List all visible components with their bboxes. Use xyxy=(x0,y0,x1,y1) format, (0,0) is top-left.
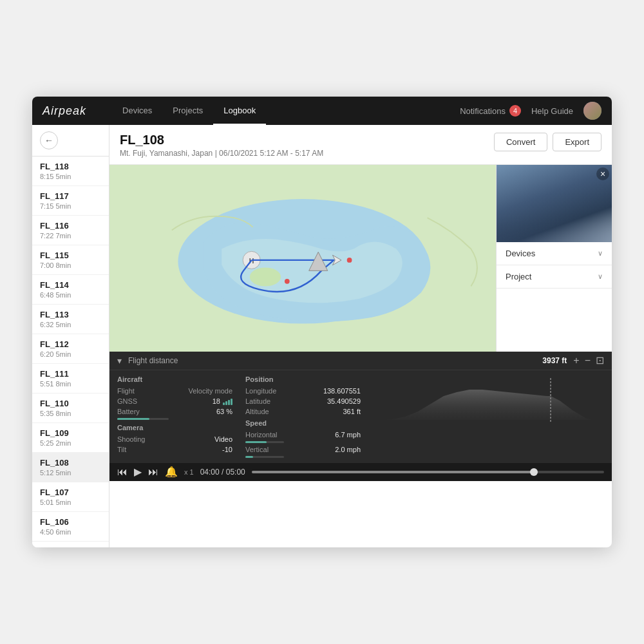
svg-point-6 xyxy=(347,258,352,263)
map-row: H xyxy=(109,165,612,352)
nav-links: Devices Projects Logbook xyxy=(112,97,460,125)
chevron-down-icon: ∨ xyxy=(598,249,603,258)
speed-title: Speed xyxy=(245,419,361,427)
aircraft-col: Aircraft Flight Velocity mode GNSS 18 xyxy=(117,375,232,458)
help-guide-link[interactable]: Help Guide xyxy=(531,106,573,116)
data-row-latitude: Latitude 35.490529 xyxy=(245,397,361,405)
flight-info: FL_108 Mt. Fuji, Yamanashi, Japan | 06/1… xyxy=(120,133,323,158)
close-icon[interactable]: × xyxy=(596,167,609,180)
devices-label: Devices xyxy=(506,249,535,258)
forward-button[interactable]: ⏭ xyxy=(148,467,158,477)
list-item-fl106[interactable]: FL_106 4:50 6min xyxy=(32,512,109,542)
project-label: Project xyxy=(506,272,531,281)
list-item-fl115[interactable]: FL_115 7:00 8min xyxy=(32,245,109,275)
map-svg: H xyxy=(109,165,496,352)
playback-thumb[interactable] xyxy=(530,468,538,476)
sidebar: ← FL_118 8:15 5min FL_117 7:15 5min FL_1… xyxy=(32,125,109,547)
data-panel: ▾ Flight distance 3937 ft + − ⊡ Aircraft xyxy=(109,352,612,463)
accordion-project-header[interactable]: Project ∨ xyxy=(497,265,612,288)
chevron-down-icon-2: ∨ xyxy=(598,272,603,281)
aircraft-title: Aircraft xyxy=(117,375,232,383)
list-item-fl113[interactable]: FL_113 6:32 5min xyxy=(32,305,109,334)
list-item-fl108[interactable]: FL_108 5:12 5min xyxy=(32,453,109,482)
flight-distance-value: 3937 ft xyxy=(542,356,567,365)
collapse-button[interactable]: ▾ xyxy=(117,355,122,366)
avatar-image xyxy=(583,102,601,120)
header-buttons: Convert Export xyxy=(494,133,601,151)
position-col: Position Longitude 138.607551 Latitude 3… xyxy=(245,375,361,458)
side-accordion: Devices ∨ Project ∨ xyxy=(497,242,612,352)
back-button[interactable]: ← xyxy=(40,131,58,149)
top-navigation: Airpeak Devices Projects Logbook Notific… xyxy=(32,97,612,125)
svg-point-2 xyxy=(250,268,281,287)
signal-bar-1 xyxy=(223,402,225,405)
content-header: FL_108 Mt. Fuji, Yamanashi, Japan | 06/1… xyxy=(109,125,612,165)
zoom-out-button[interactable]: − xyxy=(585,355,591,366)
data-row-flight: Flight Velocity mode xyxy=(117,387,232,395)
accordion-devices-header[interactable]: Devices ∨ xyxy=(497,242,612,265)
h-speed-bar-fill xyxy=(245,441,267,443)
list-item-fl116[interactable]: FL_116 7:22 7min xyxy=(32,216,109,245)
nav-devices[interactable]: Devices xyxy=(112,97,162,125)
notifications-badge: 4 xyxy=(509,105,521,117)
altitude-chart-svg xyxy=(381,378,596,423)
flight-subtitle: Mt. Fuji, Yamanashi, Japan | 06/10/2021 … xyxy=(120,149,323,158)
accordion-devices: Devices ∨ xyxy=(497,242,612,265)
list-item-fl114[interactable]: FL_114 6:48 5min xyxy=(32,275,109,305)
side-photo-overlay xyxy=(497,216,612,242)
list-item-fl118[interactable]: FL_118 8:15 5min xyxy=(32,156,109,186)
data-row-shooting: Shooting Video xyxy=(117,435,232,443)
accordion-project: Project ∨ xyxy=(497,265,612,289)
data-row-tilt: Tilt -10 xyxy=(117,446,232,453)
data-row-altitude: Altitude 361 ft xyxy=(245,408,361,415)
list-item-fl111[interactable]: FL_111 5:51 8min xyxy=(32,364,109,393)
data-row-vertical: Vertical 2.0 mph xyxy=(245,446,361,453)
horizontal-speed-bar xyxy=(245,441,361,443)
zoom-in-button[interactable]: + xyxy=(573,355,579,366)
vertical-speed-bar xyxy=(245,456,361,458)
convert-button[interactable]: Convert xyxy=(494,133,548,151)
export-button[interactable]: Export xyxy=(553,133,601,151)
chart-col xyxy=(374,375,604,458)
side-photo: × xyxy=(497,165,612,242)
flight-distance-label: Flight distance xyxy=(128,356,536,365)
v-speed-bar-bg xyxy=(245,456,284,458)
app-logo: Airpeak xyxy=(43,104,86,118)
play-button[interactable]: ▶ xyxy=(134,467,142,477)
h-speed-bar-bg xyxy=(245,441,284,443)
signal-bar-4 xyxy=(231,399,232,405)
side-panel: × Devices ∨ Project xyxy=(496,165,612,352)
playback-speed: x 1 xyxy=(184,468,194,476)
playback-progress xyxy=(252,471,534,473)
nav-logbook[interactable]: Logbook xyxy=(213,97,266,125)
map-area[interactable]: H xyxy=(109,165,496,352)
svg-point-5 xyxy=(285,279,290,284)
signal-bar-3 xyxy=(228,400,230,405)
gnss-value: 18 xyxy=(213,397,232,405)
playback-slider[interactable] xyxy=(252,471,604,473)
data-row-longitude: Longitude 138.607551 xyxy=(245,387,361,395)
sidebar-back: ← xyxy=(32,125,109,156)
expand-button[interactable]: ⊡ xyxy=(596,355,604,366)
rewind-button[interactable]: ⏮ xyxy=(117,467,128,477)
flight-title: FL_108 xyxy=(120,133,323,147)
main-layout: ← FL_118 8:15 5min FL_117 7:15 5min FL_1… xyxy=(32,125,612,547)
sound-button[interactable]: 🔔 xyxy=(165,467,178,477)
list-item-fl117[interactable]: FL_117 7:15 5min xyxy=(32,186,109,216)
avatar[interactable] xyxy=(583,102,601,120)
data-panel-header: ▾ Flight distance 3937 ft + − ⊡ xyxy=(109,352,612,370)
data-row-horizontal: Horizontal 6.7 mph xyxy=(245,431,361,439)
altitude-chart xyxy=(381,378,596,423)
battery-bar xyxy=(117,418,232,420)
notifications-button[interactable]: Notifications 4 xyxy=(460,105,521,117)
notifications-label: Notifications xyxy=(460,106,506,116)
list-item-fl109[interactable]: FL_109 5:25 2min xyxy=(32,423,109,453)
list-item-fl110[interactable]: FL_110 5:35 8min xyxy=(32,393,109,423)
content-area: FL_108 Mt. Fuji, Yamanashi, Japan | 06/1… xyxy=(109,125,612,547)
panel-controls: + − ⊡ xyxy=(573,355,604,366)
nav-projects[interactable]: Projects xyxy=(162,97,213,125)
data-row-battery: Battery 63 % xyxy=(117,408,232,415)
list-item-fl112[interactable]: FL_112 6:20 5min xyxy=(32,334,109,364)
list-item-fl107[interactable]: FL_107 5:01 5min xyxy=(32,482,109,512)
playback-bar: ⏮ ▶ ⏭ 🔔 x 1 04:00 / 05:00 xyxy=(109,463,612,481)
